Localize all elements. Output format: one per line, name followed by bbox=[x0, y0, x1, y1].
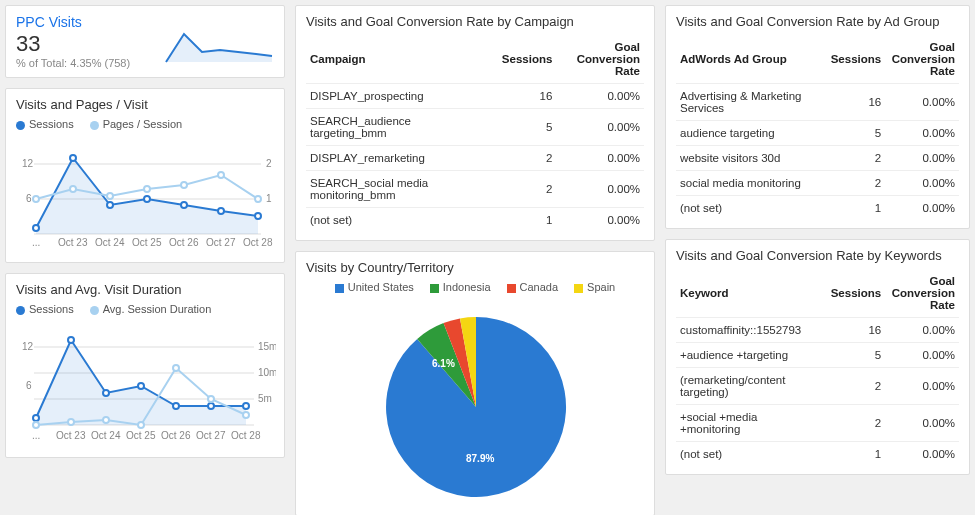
cell-sessions: 16 bbox=[492, 84, 556, 109]
adgroup-table-card[interactable]: Visits and Goal Conversion Rate by Ad Gr… bbox=[665, 5, 970, 229]
cell-rate: 0.00% bbox=[885, 368, 959, 405]
ppc-visits-card[interactable]: PPC Visits 33 % of Total: 4.35% (758) bbox=[5, 5, 285, 78]
cell-name: Advertising & Marketing Services bbox=[676, 84, 824, 121]
svg-point-43 bbox=[243, 403, 249, 409]
table-row[interactable]: (not set)10.00% bbox=[306, 208, 644, 233]
table-row[interactable]: (not set)10.00% bbox=[676, 196, 959, 221]
legend-dot-sessions bbox=[16, 306, 25, 315]
svg-text:Oct 26: Oct 26 bbox=[169, 237, 199, 248]
svg-text:...: ... bbox=[32, 237, 40, 248]
cell-name: customaffinity::1552793 bbox=[676, 318, 824, 343]
cell-name: SEARCH_audience targeting_bmm bbox=[306, 109, 492, 146]
svg-text:2: 2 bbox=[266, 158, 272, 169]
cell-sessions: 2 bbox=[492, 171, 556, 208]
svg-point-14 bbox=[33, 196, 39, 202]
cell-sessions: 2 bbox=[824, 146, 886, 171]
svg-point-13 bbox=[255, 213, 261, 219]
keywords-table: Keyword Sessions Goal Conversion Rate cu… bbox=[676, 269, 959, 466]
table-row[interactable]: DISPLAY_prospecting160.00% bbox=[306, 84, 644, 109]
col-header[interactable]: Sessions bbox=[824, 35, 886, 84]
legend: Sessions Pages / Session bbox=[16, 118, 274, 130]
svg-point-15 bbox=[70, 186, 76, 192]
col-header[interactable]: Goal Conversion Rate bbox=[885, 269, 959, 318]
svg-text:Oct 23: Oct 23 bbox=[58, 237, 88, 248]
col-header[interactable]: Sessions bbox=[824, 269, 886, 318]
visits-duration-card[interactable]: Visits and Avg. Visit Duration Sessions … bbox=[5, 273, 285, 458]
col-header[interactable]: Goal Conversion Rate bbox=[556, 35, 644, 84]
cell-sessions: 16 bbox=[824, 318, 886, 343]
cell-rate: 0.00% bbox=[885, 405, 959, 442]
svg-point-50 bbox=[243, 412, 249, 418]
table-row[interactable]: customaffinity::1552793160.00% bbox=[676, 318, 959, 343]
legend-dot-pages bbox=[90, 121, 99, 130]
visits-pages-card[interactable]: Visits and Pages / Visit Sessions Pages … bbox=[5, 88, 285, 263]
svg-point-20 bbox=[255, 196, 261, 202]
cell-rate: 0.00% bbox=[556, 171, 644, 208]
col-header[interactable]: Campaign bbox=[306, 35, 492, 84]
campaign-table-card[interactable]: Visits and Goal Conversion Rate by Campa… bbox=[295, 5, 655, 241]
cell-name: website visitors 30d bbox=[676, 146, 824, 171]
svg-point-46 bbox=[103, 417, 109, 423]
pie-label-id: 6.1% bbox=[432, 358, 455, 369]
legend: Sessions Avg. Session Duration bbox=[16, 303, 274, 315]
svg-point-37 bbox=[33, 415, 39, 421]
card-title: Visits and Pages / Visit bbox=[16, 97, 274, 112]
cell-name: SEARCH_social media monitoring_bmm bbox=[306, 171, 492, 208]
svg-point-45 bbox=[68, 419, 74, 425]
svg-point-16 bbox=[107, 193, 113, 199]
svg-text:Oct 27: Oct 27 bbox=[206, 237, 236, 248]
cell-rate: 0.00% bbox=[885, 343, 959, 368]
cell-sessions: 1 bbox=[824, 196, 886, 221]
card-title: Visits by Country/Territory bbox=[306, 260, 644, 275]
cell-rate: 0.00% bbox=[556, 208, 644, 233]
keywords-table-card[interactable]: Visits and Goal Conversion Rate by Keywo… bbox=[665, 239, 970, 475]
legend-sq-id bbox=[430, 284, 439, 293]
table-row[interactable]: website visitors 30d20.00% bbox=[676, 146, 959, 171]
svg-text:1: 1 bbox=[266, 193, 272, 204]
col-header[interactable]: AdWords Ad Group bbox=[676, 35, 824, 84]
campaign-table: Campaign Sessions Goal Conversion Rate D… bbox=[306, 35, 644, 232]
legend-label: United States bbox=[348, 281, 414, 293]
table-row[interactable]: social media monitoring20.00% bbox=[676, 171, 959, 196]
col-header[interactable]: Goal Conversion Rate bbox=[885, 35, 959, 84]
legend-label: Avg. Session Duration bbox=[103, 303, 212, 315]
country-chart-card[interactable]: Visits by Country/Territory United State… bbox=[295, 251, 655, 515]
table-row[interactable]: Advertising & Marketing Services160.00% bbox=[676, 84, 959, 121]
cell-sessions: 2 bbox=[492, 146, 556, 171]
col-header[interactable]: Sessions bbox=[492, 35, 556, 84]
svg-point-39 bbox=[103, 390, 109, 396]
cell-name: (not set) bbox=[306, 208, 492, 233]
table-row[interactable]: +social +media +monitoring20.00% bbox=[676, 405, 959, 442]
legend-sq-us bbox=[335, 284, 344, 293]
cell-rate: 0.00% bbox=[885, 146, 959, 171]
svg-point-38 bbox=[68, 337, 74, 343]
pie-slice-us bbox=[386, 317, 566, 497]
table-row[interactable]: SEARCH_audience targeting_bmm50.00% bbox=[306, 109, 644, 146]
svg-text:Oct 23: Oct 23 bbox=[56, 430, 86, 441]
svg-point-48 bbox=[173, 365, 179, 371]
legend-label: Pages / Session bbox=[103, 118, 183, 130]
dashboard: PPC Visits 33 % of Total: 4.35% (758) Vi… bbox=[0, 0, 975, 515]
table-row[interactable]: audience targeting50.00% bbox=[676, 121, 959, 146]
cell-sessions: 2 bbox=[824, 368, 886, 405]
col-header[interactable]: Keyword bbox=[676, 269, 824, 318]
cell-sessions: 1 bbox=[492, 208, 556, 233]
card-title: Visits and Avg. Visit Duration bbox=[16, 282, 274, 297]
table-row[interactable]: DISPLAY_remarketing20.00% bbox=[306, 146, 644, 171]
table-row[interactable]: SEARCH_social media monitoring_bmm20.00% bbox=[306, 171, 644, 208]
cell-rate: 0.00% bbox=[556, 109, 644, 146]
table-row[interactable]: +audience +targeting50.00% bbox=[676, 343, 959, 368]
ppc-sparkline-chart bbox=[164, 28, 274, 64]
cell-sessions: 5 bbox=[824, 121, 886, 146]
svg-text:12: 12 bbox=[22, 158, 34, 169]
table-row[interactable]: (remarketing/content targeting)20.00% bbox=[676, 368, 959, 405]
cell-sessions: 16 bbox=[824, 84, 886, 121]
cell-name: +audience +targeting bbox=[676, 343, 824, 368]
svg-text:6: 6 bbox=[26, 193, 32, 204]
legend-label: Sessions bbox=[29, 303, 74, 315]
cell-name: +social +media +monitoring bbox=[676, 405, 824, 442]
table-row[interactable]: (not set)10.00% bbox=[676, 442, 959, 467]
svg-point-10 bbox=[144, 196, 150, 202]
cell-rate: 0.00% bbox=[885, 196, 959, 221]
svg-point-9 bbox=[107, 202, 113, 208]
